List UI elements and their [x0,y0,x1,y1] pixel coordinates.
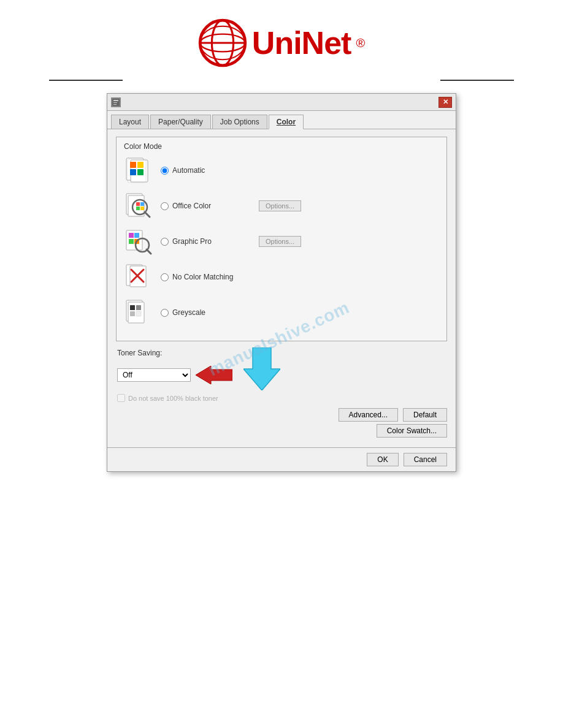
greyscale-radio-label[interactable]: Greyscale [161,308,247,317]
no-color-matching-radio-label[interactable]: No Color Matching [161,273,247,281]
graphic-pro-icon [124,227,153,256]
close-button[interactable]: ✕ [439,97,452,108]
automatic-icon [124,156,153,185]
svg-rect-21 [140,202,144,206]
svg-line-30 [147,249,151,254]
logo-globe-icon [198,18,247,67]
logo-reg-symbol: ® [356,36,365,50]
logo-text: UniNet [252,25,351,61]
graphic-pro-options-button[interactable]: Options... [259,236,301,247]
automatic-row: Automatic [124,156,439,185]
graphic-pro-row: Graphic Pro Options... [124,227,439,256]
toner-saving-select[interactable]: Off [117,368,191,382]
color-mode-group: Color Mode [116,137,447,341]
office-color-radio-label[interactable]: Office Color [161,202,247,210]
advanced-button[interactable]: Advanced... [339,408,398,422]
svg-rect-40 [136,311,141,316]
greyscale-radio[interactable] [161,309,169,317]
toner-row: Off [117,360,446,390]
greyscale-row: Greyscale [124,298,439,327]
tabs-bar: Layout Paper/Quality Job Options Color [107,111,456,129]
header-line-left [49,80,123,81]
header-line-right [440,80,514,81]
office-color-row: Office Color Options... [124,191,439,221]
tab-job-options[interactable]: Job Options [212,115,267,129]
default-button[interactable]: Default [403,408,447,422]
header-dividers [0,80,563,81]
titlebar-icon [111,97,121,107]
printer-properties-dialog: manualshive.com ✕ Layout Paper/Quality J… [107,93,456,472]
svg-rect-26 [134,233,139,238]
no-save-black-label: Do not save 100% black toner [128,395,218,402]
no-color-matching-radio[interactable] [161,273,169,281]
svg-rect-12 [137,162,144,168]
no-color-matching-icon [124,262,153,292]
graphic-pro-radio[interactable] [161,238,169,246]
svg-marker-42 [243,347,280,390]
tab-color[interactable]: Color [269,115,304,129]
header: UniNet® [0,0,563,80]
checkbox-row: Do not save 100% black toner [117,394,446,402]
color-mode-label: Color Mode [124,142,439,151]
svg-line-19 [145,212,150,217]
svg-rect-39 [130,311,135,316]
tab-paper-quality[interactable]: Paper/Quality [150,115,211,129]
svg-rect-7 [113,102,117,103]
logo-container: UniNet® [198,18,365,67]
svg-rect-23 [140,207,144,210]
tab-layout[interactable]: Layout [111,115,149,129]
no-save-black-checkbox[interactable] [117,394,125,402]
ok-button[interactable]: OK [367,453,398,466]
dialog-content: Color Mode [107,129,456,447]
office-color-options-button[interactable]: Options... [259,200,301,211]
toner-saving-label: Toner Saving: [117,349,446,357]
red-arrow-icon [196,366,232,384]
svg-rect-14 [137,169,144,175]
color-swatch-button[interactable]: Color Swatch... [377,424,447,438]
svg-rect-20 [136,202,140,206]
svg-rect-11 [130,162,136,168]
dialog-footer: OK Cancel [107,447,456,471]
cyan-arrow-icon [243,347,280,390]
svg-rect-37 [130,305,135,310]
svg-rect-22 [136,207,140,210]
titlebar: ✕ [107,94,456,111]
greyscale-icon [124,298,153,327]
svg-rect-38 [136,305,141,310]
svg-rect-6 [113,100,118,101]
color-swatch-row: Color Swatch... [116,424,447,438]
svg-rect-25 [129,233,134,238]
svg-marker-41 [196,366,232,384]
dialog-wrapper: manualshive.com ✕ Layout Paper/Quality J… [0,93,563,472]
no-color-matching-row: No Color Matching [124,262,439,292]
svg-rect-13 [130,169,136,175]
automatic-radio[interactable] [161,167,169,175]
graphic-pro-radio-label[interactable]: Graphic Pro [161,237,247,246]
office-color-icon [124,191,153,221]
automatic-radio-label[interactable]: Automatic [161,166,247,175]
toner-saving-section: Toner Saving: Off Do not [116,349,447,402]
svg-rect-27 [129,239,134,244]
office-color-radio[interactable] [161,202,169,210]
svg-rect-8 [113,104,117,105]
cancel-button[interactable]: Cancel [404,453,447,466]
action-buttons-row: Advanced... Default [116,408,447,422]
